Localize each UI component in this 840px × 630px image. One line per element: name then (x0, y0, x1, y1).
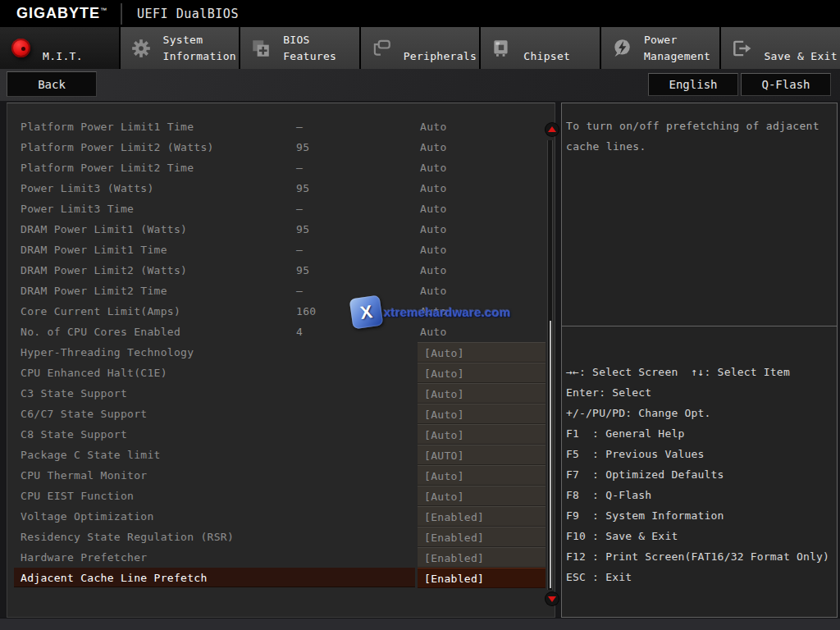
setting-mode-value: Auto (420, 301, 447, 322)
setting-row[interactable]: Hardware Prefetcher [Enabled] (7, 547, 555, 568)
firmware-title: UEFI DualBIOS (137, 7, 239, 21)
lightning-bolt-icon (610, 37, 633, 60)
setting-row[interactable]: Power Limit3 Time – Auto (7, 199, 555, 219)
setting-option-value[interactable]: [Auto] (418, 383, 546, 404)
secondary-toolbar: Back English Q-Flash (0, 69, 840, 101)
key-legend: →←: Select Screen ↑↓: Select ItemEnter: … (566, 362, 837, 587)
setting-option-value[interactable]: [Enabled] (418, 527, 546, 547)
setting-row[interactable]: C3 State Support [Auto] (7, 383, 555, 404)
setting-row[interactable]: CPU EIST Function [Auto] (7, 486, 555, 506)
legend-line: Enter: Select (566, 382, 837, 403)
setting-label: Core Current Limit(Amps) (21, 301, 180, 322)
scroll-down-icon[interactable] (546, 592, 559, 605)
setting-label: DRAM Power Limit1 (Watts) (21, 219, 187, 240)
tab-mit-label: M.I.T. (43, 27, 83, 70)
tab-bar: M.I.T. SystemInformation (0, 27, 840, 69)
setting-current-value: 95 (296, 219, 309, 240)
item-help-text: To turn on/off prefetching of adjacent c… (566, 116, 832, 157)
setting-row[interactable]: Power Limit3 (Watts) 95 Auto (7, 178, 555, 199)
setting-label: Platform Power Limit2 Time (21, 158, 194, 178)
setting-mode-value: Auto (420, 322, 447, 342)
setting-mode-value: Auto (420, 199, 447, 219)
legend-line: →←: Select Screen ↑↓: Select Item (566, 362, 837, 382)
setting-option-value[interactable]: [Enabled] (418, 547, 546, 568)
tab-peripherals[interactable]: Peripherals (361, 27, 480, 69)
tab-power-management-label: PowerManagement (644, 27, 710, 70)
setting-mode-value: Auto (420, 178, 447, 199)
qflash-button[interactable]: Q-Flash (741, 73, 831, 96)
top-bar: GIGABYTE™ UEFI DualBIOS (0, 0, 840, 27)
setting-row[interactable]: CPU Enhanced Halt(C1E) [Auto] (7, 363, 555, 383)
tab-system-information[interactable]: SystemInformation (121, 27, 240, 69)
setting-option-value[interactable]: [AUTO] (418, 445, 546, 465)
setting-label: C3 State Support (21, 383, 127, 404)
legend-line: F8 : Q-Flash (566, 485, 837, 505)
tab-chipset[interactable]: Chipset (481, 27, 600, 69)
setting-row[interactable]: Platform Power Limit2 (Watts) 95 Auto (7, 137, 555, 158)
setting-label: Hardware Prefetcher (21, 547, 147, 568)
exit-door-arrow-icon (730, 37, 753, 60)
setting-label: Power Limit3 (Watts) (21, 178, 154, 199)
help-panel: To turn on/off prefetching of adjacent c… (561, 103, 838, 618)
tab-system-information-label: SystemInformation (163, 27, 236, 70)
setting-row[interactable]: DRAM Power Limit1 (Watts) 95 Auto (7, 219, 555, 240)
gear-icon (130, 37, 153, 60)
tab-save-exit[interactable]: Save & Exit (721, 27, 840, 69)
setting-row[interactable]: DRAM Power Limit1 Time – Auto (7, 240, 555, 260)
tab-power-management[interactable]: PowerManagement (601, 27, 720, 69)
settings-panel: Platform Power Limit1 Time – Auto Platfo… (7, 103, 555, 618)
trademark-symbol: ™ (100, 7, 107, 14)
setting-label: C6/C7 State Support (21, 404, 147, 424)
legend-line: F7 : Optimized Defaults (566, 464, 837, 485)
setting-current-value: – (296, 240, 303, 260)
tab-bios-features[interactable]: BIOSFeatures (240, 27, 359, 69)
setting-current-value: – (296, 116, 303, 137)
setting-label: CPU Thermal Monitor (21, 465, 147, 486)
footer-strip (0, 618, 840, 630)
back-button[interactable]: Back (7, 71, 97, 97)
brand-divider (121, 3, 122, 25)
setting-row[interactable]: Package C State limit [AUTO] (7, 445, 555, 465)
setting-row[interactable]: No. of CPU Cores Enabled 4 Auto (7, 322, 555, 342)
setting-row[interactable]: C8 State Support [Auto] (7, 424, 555, 445)
setting-row[interactable]: Hyper-Threading Technology [Auto] (7, 342, 555, 363)
setting-row[interactable]: CPU Thermal Monitor [Auto] (7, 465, 555, 486)
setting-option-value[interactable]: [Auto] (418, 342, 546, 363)
setting-row[interactable]: DRAM Power Limit2 (Watts) 95 Auto (7, 260, 555, 281)
setting-row[interactable]: DRAM Power Limit2 Time – Auto (7, 281, 555, 301)
legend-line: F1 : General Help (566, 423, 837, 444)
legend-line: ESC : Exit (566, 567, 837, 587)
setting-mode-value: Auto (420, 158, 447, 178)
setting-label: No. of CPU Cores Enabled (21, 322, 180, 342)
setting-option-value[interactable]: [Auto] (418, 465, 546, 486)
setting-option-value[interactable]: [Auto] (418, 404, 546, 424)
settings-list: Platform Power Limit1 Time – Auto Platfo… (7, 116, 555, 588)
setting-row[interactable]: Core Current Limit(Amps) 160 Auto (7, 301, 555, 322)
setting-row[interactable]: C6/C7 State Support [Auto] (7, 404, 555, 424)
setting-label: DRAM Power Limit2 (Watts) (21, 260, 187, 281)
setting-current-value: 95 (296, 260, 309, 281)
setting-row[interactable]: Residency State Regulation (RSR) [Enable… (7, 527, 555, 547)
setting-mode-value: Auto (420, 260, 447, 281)
setting-row[interactable]: Platform Power Limit2 Time – Auto (7, 158, 555, 178)
setting-mode-value: Auto (420, 137, 447, 158)
setting-option-value[interactable]: [Enabled] (418, 506, 546, 527)
setting-row[interactable]: Voltage Optimization [Enabled] (7, 506, 555, 527)
setting-current-value: – (296, 281, 303, 301)
setting-option-value[interactable]: [Auto] (418, 486, 546, 506)
setting-row[interactable]: Platform Power Limit1 Time – Auto (7, 116, 555, 137)
setting-row[interactable]: Adjacent Cache Line Prefetch [Enabled] (7, 568, 555, 588)
setting-mode-value: Auto (420, 116, 447, 137)
tab-save-exit-label: Save & Exit (764, 27, 837, 70)
setting-option-value[interactable]: [Enabled] (418, 568, 546, 588)
scrollbar-thumb[interactable] (550, 321, 551, 588)
mit-record-icon (9, 37, 32, 60)
setting-current-value: 95 (296, 178, 309, 199)
language-button[interactable]: English (648, 73, 738, 96)
setting-option-value[interactable]: [Auto] (418, 424, 546, 445)
setting-label: Voltage Optimization (21, 506, 154, 527)
setting-option-value[interactable]: [Auto] (418, 363, 546, 383)
setting-label: Power Limit3 Time (21, 199, 134, 219)
tab-mit[interactable]: M.I.T. (0, 27, 119, 69)
scroll-up-icon[interactable] (546, 123, 559, 136)
